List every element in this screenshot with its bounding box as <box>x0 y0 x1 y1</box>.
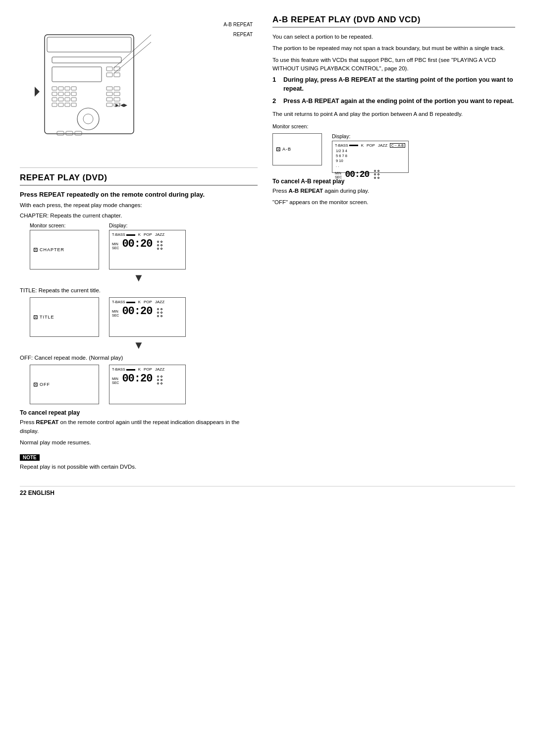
off-time-row: MIN SEC 00:20 <box>112 374 183 384</box>
svg-rect-23 <box>71 103 76 107</box>
ab-repeat-label: A-B REPEAT <box>223 22 253 27</box>
ab-tbass: T-BASS <box>335 143 358 148</box>
svg-rect-21 <box>58 103 63 107</box>
step-1-number: 1 <box>272 76 279 93</box>
svg-rect-12 <box>52 92 57 96</box>
step-2: 2 Press A-B REPEAT again at the ending p… <box>272 97 515 106</box>
title-tbass: T-BASS <box>112 300 135 304</box>
ab-time-row: MIN SEC 00:20 <box>335 170 406 179</box>
svg-rect-18 <box>65 98 70 101</box>
svg-line-39 <box>114 35 151 68</box>
right-column: A-B REPEAT PLAY (DVD AND VCD) You can se… <box>272 15 515 471</box>
title-display-top: T-BASS K POP JAZZ <box>112 300 183 304</box>
ab-indicator: C→ A-B <box>390 143 405 148</box>
k-label: K <box>138 232 141 237</box>
t-pop-label: POP <box>144 300 152 304</box>
ab-monitor-icon: ⊡ <box>276 146 280 153</box>
off-monitor-text: OFF <box>40 382 50 387</box>
chapter-display-block: Display: T-BASS K POP JAZZ MIN <box>109 222 186 270</box>
ab-display-unit: T-BASS K POP JAZZ C→ A-B 1/2 3 4 5 6 7 8… <box>332 141 409 173</box>
svg-rect-35 <box>57 131 64 135</box>
callout-repeat: REPEAT <box>233 32 253 37</box>
jazz-label: JAZZ <box>155 232 164 237</box>
chapter-display-unit: T-BASS K POP JAZZ MIN SEC 00:20 <box>109 230 186 270</box>
device-drawing: ▶/◀▶ <box>30 15 159 149</box>
ab-repeat-heading: A-B REPEAT PLAY (DVD AND VCD) <box>272 15 515 28</box>
ab-dots <box>374 170 379 179</box>
svg-rect-26 <box>107 92 112 96</box>
chapter-time-digits: 00:20 <box>122 239 152 250</box>
chapter-monitor-label: Monitor screen: <box>30 222 65 228</box>
step-1: 1 During play, press A-B REPEAT at the s… <box>272 76 515 93</box>
title-time-row: MIN SEC 00:20 <box>112 306 183 317</box>
off-display-unit: T-BASS K POP JAZZ MIN SEC 00:20 <box>109 365 186 404</box>
svg-rect-16 <box>52 98 57 101</box>
svg-marker-38 <box>35 87 40 97</box>
t-jazz-label: JAZZ <box>155 300 164 304</box>
chapter-display-top: T-BASS K POP JAZZ <box>112 232 183 237</box>
repeat-sub-heading: Press REPEAT repeatedly on the remote co… <box>20 191 258 198</box>
ab-monitor-label: Monitor screen: <box>272 123 515 129</box>
ab-monitor-block: ⊡ A-B <box>272 133 322 165</box>
title-monitor-icon: ⊡ <box>33 314 38 321</box>
svg-rect-3 <box>52 67 102 82</box>
chapter-time-row: MIN SEC 00:20 <box>112 239 183 250</box>
o-jazz-label: JAZZ <box>155 367 164 372</box>
off-screen-inner: ⊡ OFF <box>33 381 50 388</box>
svg-rect-25 <box>114 87 120 90</box>
svg-rect-8 <box>52 87 57 90</box>
off-display-top: T-BASS K POP JAZZ <box>112 367 183 372</box>
repeat-label: REPEAT <box>233 32 253 37</box>
title-monitor-block: ⊡ TITLE <box>30 297 99 337</box>
step-2-text: Press A-B REPEAT again at the ending poi… <box>283 97 514 106</box>
svg-rect-14 <box>65 92 70 96</box>
svg-rect-20 <box>52 103 57 107</box>
svg-rect-9 <box>58 87 63 90</box>
title-label: TITLE: Repeats the current title. <box>20 287 258 293</box>
off-label: OFF: Cancel repeat mode. (Normal play) <box>20 355 258 361</box>
ab-screen-inner: ⊡ A-B <box>276 146 291 153</box>
cancel-ab-bold: A-B REPEAT <box>289 188 323 194</box>
title-screen-row: ⊡ TITLE T-BASS K POP JAZZ <box>30 297 258 337</box>
note-label: NOTE <box>20 454 40 461</box>
chapter-monitor-block: Monitor screen: ⊡ CHAPTER <box>30 222 99 270</box>
chapter-monitor-icon: ⊡ <box>33 247 38 253</box>
svg-rect-30 <box>107 103 112 107</box>
cancel-repeat-text-2: Normal play mode resumes. <box>20 438 258 447</box>
cancel-ab-suffix: again during play. <box>324 188 369 194</box>
svg-text:▶/◀▶: ▶/◀▶ <box>115 103 127 108</box>
svg-rect-4 <box>107 67 112 71</box>
note-text: Repeat play is not possible with certain… <box>20 463 258 471</box>
ab-intro-2: The portion to be repeated may not span … <box>272 44 515 53</box>
pop-label: POP <box>144 232 152 237</box>
svg-rect-27 <box>114 92 120 96</box>
t-k-label: K <box>138 300 141 304</box>
chapter-time-labels: MIN SEC <box>112 242 119 250</box>
ab-screen-display-row: ⊡ A-B Display: T-BASS K POP JAZZ C→ A-B <box>272 133 515 173</box>
title-display-block: T-BASS K POP JAZZ MIN SEC 00:20 <box>109 297 186 337</box>
note-box: NOTE Repeat play is not possible with ce… <box>20 454 258 471</box>
arrow-chapter-to-title: ▼ <box>20 271 258 284</box>
page-layout: ▶/◀▶ A-B REPEAT REPEAT <box>20 15 515 496</box>
step-1-text: During play, press A-B REPEAT at the sta… <box>283 76 515 93</box>
svg-rect-24 <box>107 87 112 90</box>
svg-rect-15 <box>71 92 76 96</box>
title-monitor-text: TITLE <box>40 315 54 320</box>
svg-point-32 <box>77 108 99 130</box>
step-2-number: 2 <box>272 97 279 106</box>
arrow-title-to-off: ▼ <box>20 339 258 352</box>
title-time-digits: 00:20 <box>122 306 152 317</box>
chapter-screen-row: Monitor screen: ⊡ CHAPTER Display: <box>30 222 258 270</box>
ab-intro-3: To use this feature with VCDs that suppo… <box>272 56 515 73</box>
svg-rect-11 <box>71 87 76 90</box>
svg-rect-10 <box>65 87 70 90</box>
svg-rect-36 <box>66 131 73 135</box>
main-content: ▶/◀▶ A-B REPEAT REPEAT <box>20 15 515 471</box>
svg-rect-37 <box>75 131 82 135</box>
svg-rect-6 <box>107 73 112 77</box>
off-screen-row: ⊡ OFF T-BASS K POP JAZZ <box>30 365 258 404</box>
cancel-ab-text-2: "OFF" appears on the monitor screen. <box>272 198 515 207</box>
chapter-label: CHAPTER: Repeats the current chapter. <box>20 213 258 218</box>
svg-rect-2 <box>52 57 121 63</box>
step2-detail: The unit returns to point A and play the… <box>272 110 515 118</box>
